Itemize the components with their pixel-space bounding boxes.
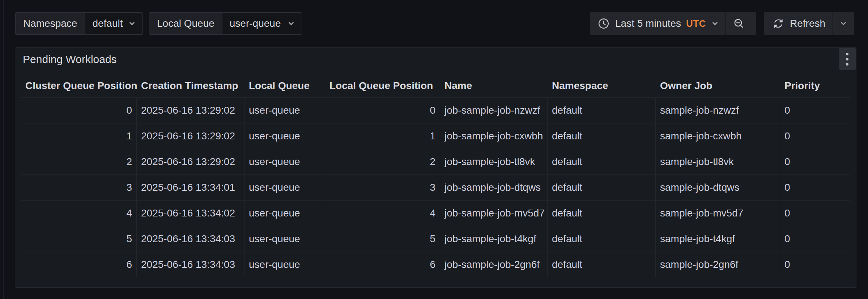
table-cell: default xyxy=(548,123,656,149)
namespace-picker-value[interactable]: default xyxy=(85,13,142,34)
table-cell: sample-job-2gn6f xyxy=(656,252,780,277)
table-cell: job-sample-job-2gn6f xyxy=(440,252,548,277)
clock-icon xyxy=(598,18,609,29)
timezone-badge: UTC xyxy=(686,18,706,29)
header-cell-name[interactable]: Name xyxy=(440,74,548,97)
table-cell: 6 xyxy=(325,252,440,277)
table-cell: user-queue xyxy=(244,98,325,123)
table-cell: 1 xyxy=(21,123,137,149)
table-cell: job-sample-job-tl8vk xyxy=(440,149,548,174)
table-cell: sample-job-mv5d7 xyxy=(656,201,780,226)
table-cell: 3 xyxy=(325,175,440,200)
table-cell: 2025-06-16 13:34:03 xyxy=(137,226,244,252)
chevron-down-icon xyxy=(839,20,847,28)
viewport-left-edge xyxy=(3,0,4,299)
table-cell: user-queue xyxy=(244,201,325,226)
table-cell: user-queue xyxy=(244,149,325,174)
table-cell: 0 xyxy=(780,98,850,123)
table-cell: job-sample-job-t4kgf xyxy=(440,226,548,252)
table-cell: 2 xyxy=(325,149,440,174)
kebab-icon xyxy=(846,53,848,66)
time-range-picker-button[interactable]: Last 5 minutes UTC xyxy=(590,12,726,35)
table-row: 12025-06-16 13:29:02user-queue1job-sampl… xyxy=(21,123,850,149)
table-row: 62025-06-16 13:34:03user-queue6job-sampl… xyxy=(21,252,850,277)
table-cell: 0 xyxy=(780,252,850,277)
table-cell: sample-job-dtqws xyxy=(656,175,780,200)
table-cell: default xyxy=(548,252,656,277)
table-cell: 3 xyxy=(21,175,137,200)
table-row: 32025-06-16 13:34:01user-queue3job-sampl… xyxy=(21,174,850,200)
table-cell: 0 xyxy=(780,149,850,174)
namespace-picker[interactable]: Namespace default xyxy=(15,12,143,35)
table-cell: default xyxy=(548,226,656,252)
local-queue-picker-value[interactable]: user-queue xyxy=(222,13,302,34)
time-controls-group: Last 5 minutes UTC xyxy=(590,12,756,35)
table-cell: 5 xyxy=(21,226,137,252)
table-row: 42025-06-16 13:34:02user-queue4job-sampl… xyxy=(21,200,850,226)
table-cell: default xyxy=(548,175,656,200)
table-row: 02025-06-16 13:29:02user-queue0job-sampl… xyxy=(21,97,850,123)
table-cell: user-queue xyxy=(244,175,325,200)
zoom-out-button[interactable] xyxy=(726,12,751,35)
refresh-label: Refresh xyxy=(790,18,825,29)
table-cell: sample-job-nzwzf xyxy=(656,98,780,123)
panel-title: Pending Workloads xyxy=(23,48,117,71)
table-cell: sample-job-t4kgf xyxy=(656,226,780,252)
table-cell: 0 xyxy=(780,175,850,200)
header-cell-creation-timestamp[interactable]: Creation Timestamp xyxy=(137,74,244,97)
chevron-down-icon xyxy=(287,20,295,28)
pending-workloads-panel: Pending Workloads Cluster Queue Position… xyxy=(15,47,856,288)
header-cell-local-queue-position[interactable]: Local Queue Position xyxy=(325,74,440,97)
header-cell-priority[interactable]: Priority xyxy=(780,74,850,97)
table-cell: default xyxy=(548,149,656,174)
table-cell: default xyxy=(548,201,656,226)
table-cell: 2025-06-16 13:34:02 xyxy=(137,201,244,226)
local-queue-picker[interactable]: Local Queue user-queue xyxy=(149,12,302,35)
header-cell-owner-job[interactable]: Owner Job xyxy=(656,74,780,97)
pending-workloads-table: Cluster Queue PositionCreation Timestamp… xyxy=(21,74,850,277)
table-cell: 0 xyxy=(21,98,137,123)
chevron-down-icon xyxy=(128,20,136,28)
namespace-selected-value: default xyxy=(92,18,123,29)
table-cell: 2025-06-16 13:34:01 xyxy=(137,175,244,200)
table-row: 22025-06-16 13:29:02user-queue2job-sampl… xyxy=(21,149,850,174)
local-queue-picker-label: Local Queue xyxy=(149,13,222,34)
table-body: 02025-06-16 13:29:02user-queue0job-sampl… xyxy=(21,97,850,277)
table-header-row: Cluster Queue PositionCreation Timestamp… xyxy=(21,74,850,97)
table-cell: 2 xyxy=(21,149,137,174)
table-cell: user-queue xyxy=(244,123,325,149)
table-cell: 4 xyxy=(21,201,137,226)
table-cell: 0 xyxy=(325,98,440,123)
header-cell-cluster-queue-position[interactable]: Cluster Queue Position xyxy=(21,74,137,97)
refresh-button[interactable]: Refresh xyxy=(764,12,833,35)
refresh-group: Refresh xyxy=(764,12,854,35)
table-cell: user-queue xyxy=(244,252,325,277)
table-cell: 0 xyxy=(780,123,850,149)
refresh-interval-dropdown-button[interactable] xyxy=(833,12,854,35)
table-cell: job-sample-job-cxwbh xyxy=(440,123,548,149)
panel-menu-button[interactable] xyxy=(839,48,856,70)
header-cell-local-queue[interactable]: Local Queue xyxy=(244,74,325,97)
table-cell: 0 xyxy=(780,201,850,226)
time-range-label: Last 5 minutes xyxy=(615,18,681,29)
table-cell: sample-job-tl8vk xyxy=(656,149,780,174)
table-cell: default xyxy=(548,98,656,123)
table-cell: job-sample-job-dtqws xyxy=(440,175,548,200)
table-cell: 2025-06-16 13:29:02 xyxy=(137,149,244,174)
magnifier-minus-icon xyxy=(733,18,745,29)
table-cell: job-sample-job-mv5d7 xyxy=(440,201,548,226)
dashboard: Namespace default Local Queue user-queue… xyxy=(0,0,868,299)
refresh-icon xyxy=(773,18,784,29)
table-cell: 2025-06-16 13:29:02 xyxy=(137,98,244,123)
table-cell: 6 xyxy=(21,252,137,277)
table-cell: 1 xyxy=(325,123,440,149)
table-cell: user-queue xyxy=(244,226,325,252)
table-row: 52025-06-16 13:34:03user-queue5job-sampl… xyxy=(21,226,850,252)
table-cell: 0 xyxy=(780,226,850,252)
chevron-down-icon xyxy=(711,20,719,28)
table-cell: 2025-06-16 13:34:03 xyxy=(137,252,244,277)
header-cell-namespace[interactable]: Namespace xyxy=(548,74,656,97)
table-cell: 4 xyxy=(325,201,440,226)
table-cell: job-sample-job-nzwzf xyxy=(440,98,548,123)
local-queue-selected-value: user-queue xyxy=(230,18,281,29)
